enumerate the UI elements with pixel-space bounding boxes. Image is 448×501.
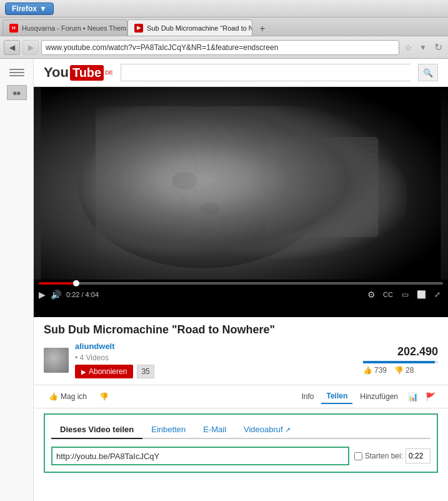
subscribe-icon: ▶ bbox=[81, 368, 86, 375]
play-button[interactable]: ▶ bbox=[39, 290, 46, 300]
forward-button[interactable]: ▶ bbox=[22, 40, 39, 55]
volume-icon: 🔊 bbox=[51, 290, 61, 300]
youtube-header: YouTubeDE 🔍 bbox=[34, 59, 448, 87]
video-frame bbox=[34, 87, 448, 280]
firefox-label: Firefox bbox=[12, 4, 37, 13]
youtube-favicon: ▶ bbox=[134, 24, 143, 33]
share-tab-email[interactable]: E-Mail bbox=[194, 421, 235, 438]
sidebar-thumb-label: ■■ bbox=[12, 89, 20, 96]
menu-icon[interactable]: ▼ bbox=[417, 41, 429, 54]
main-content: YouTubeDE 🔍 bbox=[34, 59, 448, 501]
subscribe-row: ▶ Abonnieren 35 bbox=[75, 365, 154, 378]
address-bar: ◀ ▶ www.youtube.com/watch?v=PA8TaIcJCqY&… bbox=[0, 36, 448, 59]
mag-ich-button[interactable]: 👍 Mag ich bbox=[44, 390, 92, 403]
hinzufuegen-button[interactable]: Hinzufügen bbox=[355, 390, 403, 403]
total-time: 4:04 bbox=[86, 291, 99, 298]
svg-point-1 bbox=[79, 106, 329, 268]
flag-icon[interactable]: 🚩 bbox=[423, 389, 438, 404]
channel-row: aliundwelt • 4 Videos ▶ Abonnieren 35 20… bbox=[44, 342, 438, 378]
view-count: 202.490 bbox=[363, 345, 438, 358]
settings-icon[interactable]: ⚙ bbox=[366, 290, 377, 299]
video-controls: ▶ 🔊 0:22 / 4:04 ⚙ CC ▭ ⬜ bbox=[34, 280, 448, 317]
search-input[interactable] bbox=[121, 64, 411, 81]
share-url-input[interactable] bbox=[51, 447, 349, 465]
share-tab-dieses-label: Dieses Video teilen bbox=[60, 425, 134, 434]
volume-button[interactable]: 🔊 bbox=[51, 290, 61, 300]
share-panel: Dieses Video teilen Einbetten E-Mail Vid… bbox=[44, 413, 438, 473]
teilen-label: Teilen bbox=[326, 392, 347, 400]
sidebar-menu-icon[interactable] bbox=[7, 65, 27, 80]
firefox-button[interactable]: Firefox ▼ bbox=[5, 3, 54, 15]
page-content: ■■ YouTubeDE 🔍 bbox=[0, 59, 448, 501]
tab-youtube[interactable]: ▶ Sub Dub Micromachine "Road to No.... ✕ bbox=[127, 19, 252, 36]
search-button[interactable]: 🔍 bbox=[418, 64, 438, 81]
teilen-button[interactable]: Teilen bbox=[321, 389, 352, 404]
external-link-icon: ↗ bbox=[285, 426, 291, 433]
sidebar: ■■ bbox=[0, 59, 34, 501]
svg-rect-0 bbox=[41, 87, 441, 280]
info-button[interactable]: Info bbox=[296, 390, 319, 403]
time-display: 0:22 / 4:04 bbox=[66, 291, 99, 298]
svg-point-3 bbox=[201, 203, 219, 215]
fullscreen-icon[interactable]: ⤢ bbox=[432, 290, 443, 299]
logo-tube: Tube bbox=[70, 65, 104, 81]
mag-ich-label: Mag ich bbox=[61, 392, 87, 401]
share-tab-email-label: E-Mail bbox=[203, 425, 226, 434]
video-thumbnail-svg bbox=[34, 87, 448, 280]
starten-bei-checkbox[interactable] bbox=[354, 452, 362, 460]
thumbs-up-icon: 👍 bbox=[363, 366, 372, 375]
theater-icon[interactable]: ⬜ bbox=[416, 290, 427, 299]
share-tab-dieses[interactable]: Dieses Video teilen bbox=[51, 421, 142, 439]
share-options: Starten bei: bbox=[354, 448, 431, 463]
channel-left: aliundwelt • 4 Videos ▶ Abonnieren 35 bbox=[44, 342, 154, 378]
channel-avatar[interactable] bbox=[44, 348, 69, 373]
back-button[interactable]: ◀ bbox=[4, 40, 20, 55]
video-info: Sub Dub Micromachine "Road to Nowhere" a… bbox=[34, 317, 448, 385]
subscribe-button[interactable]: ▶ Abonnieren bbox=[75, 365, 133, 378]
progress-bar[interactable] bbox=[39, 282, 443, 285]
hinzufuegen-label: Hinzufügen bbox=[360, 392, 398, 401]
avatar-image bbox=[44, 348, 69, 373]
thumbs-up-number: 739 bbox=[374, 366, 387, 375]
starten-bei-option: Starten bei: bbox=[354, 448, 431, 463]
tab-husqvarna[interactable]: H Husqvarna - Forum • Neues Thema e... bbox=[2, 19, 127, 36]
rating-fill bbox=[363, 361, 435, 363]
channel-info: aliundwelt • 4 Videos ▶ Abonnieren 35 bbox=[75, 342, 154, 378]
svg-rect-4 bbox=[266, 137, 379, 237]
channel-videos: 4 Videos bbox=[80, 353, 109, 362]
bookmark-star-icon[interactable]: ☆ bbox=[402, 41, 414, 54]
starten-bei-time-input[interactable] bbox=[406, 448, 431, 463]
tab2-label: Sub Dub Micromachine "Road to No.... bbox=[147, 24, 252, 32]
sidebar-thumbnail-icon[interactable]: ■■ bbox=[7, 85, 27, 100]
url-text: www.youtube.com/watch?v=PA8TaIcJCqY&NR=1… bbox=[46, 43, 278, 52]
cc-icon[interactable]: CC bbox=[382, 290, 394, 299]
progress-fill bbox=[39, 282, 75, 285]
subscriber-count: 35 bbox=[137, 365, 154, 378]
action-bar: 👍 Mag ich 👎 Info Teilen Hinzufügen 📊 🚩 bbox=[34, 385, 448, 408]
thumb-counts: 👍 739 👎 28 bbox=[363, 366, 438, 375]
thumbs-up-action-icon: 👍 bbox=[49, 392, 58, 401]
play-icon: ▶ bbox=[39, 290, 46, 300]
thumbs-down-count: 👎 28 bbox=[394, 366, 414, 375]
share-tab-videoabruf[interactable]: Videoabruf ↗ bbox=[235, 421, 299, 438]
widescreen-icon[interactable]: ▭ bbox=[399, 290, 411, 299]
controls-row: ▶ 🔊 0:22 / 4:04 ⚙ CC ▭ ⬜ bbox=[39, 290, 443, 300]
new-tab-button[interactable]: + bbox=[255, 22, 270, 36]
share-tab-einbetten[interactable]: Einbetten bbox=[142, 421, 194, 438]
back-icon: ◀ bbox=[9, 43, 15, 52]
logo-you: You bbox=[44, 64, 69, 81]
progress-handle[interactable] bbox=[73, 280, 79, 286]
channel-name[interactable]: aliundwelt bbox=[75, 342, 154, 351]
refresh-icon[interactable]: ↻ bbox=[432, 41, 444, 54]
thumbs-down-button[interactable]: 👎 bbox=[94, 390, 114, 403]
share-tab-videoabruf-label: Videoabruf ↗ bbox=[244, 425, 291, 434]
current-time: 0:22 bbox=[66, 291, 79, 298]
browser-titlebar: Firefox ▼ bbox=[0, 0, 448, 18]
channel-right: 202.490 👍 739 👎 28 bbox=[363, 345, 438, 375]
subscribe-label: Abonnieren bbox=[89, 367, 127, 376]
info-label: Info bbox=[301, 392, 314, 401]
tab-bar: H Husqvarna - Forum • Neues Thema e... ▶… bbox=[0, 18, 448, 36]
share-tabs: Dieses Video teilen Einbetten E-Mail Vid… bbox=[51, 421, 431, 439]
stats-icon[interactable]: 📊 bbox=[406, 389, 421, 404]
url-bar[interactable]: www.youtube.com/watch?v=PA8TaIcJCqY&NR=1… bbox=[41, 40, 399, 55]
